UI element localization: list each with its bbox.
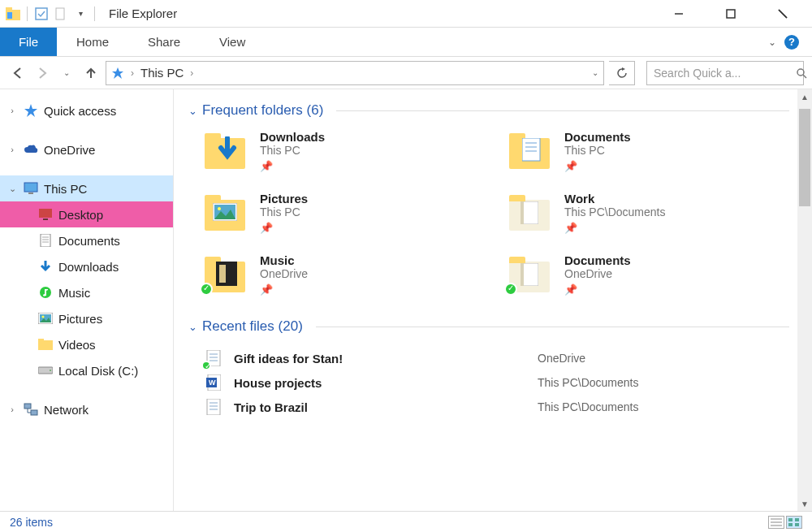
- svg-rect-4: [56, 8, 64, 19]
- scroll-thumb[interactable]: [799, 109, 810, 206]
- ribbon-file-tab[interactable]: File: [0, 28, 57, 56]
- file-row[interactable]: W House projects This PC\Documents: [205, 370, 789, 395]
- ribbon-tab-home[interactable]: Home: [57, 28, 128, 56]
- section-recent-header[interactable]: ⌄ Recent files (20): [188, 318, 789, 335]
- spacer: [0, 383, 173, 396]
- nav-this-pc[interactable]: ⌄ This PC: [0, 175, 173, 201]
- folder-downloads[interactable]: Downloads This PC 📌: [205, 130, 485, 172]
- drive-icon: [37, 362, 54, 378]
- forward-button[interactable]: [32, 63, 52, 83]
- navbar: ⌄ › This PC › ⌄: [0, 57, 812, 89]
- svg-rect-2: [7, 12, 12, 19]
- view-details-icon[interactable]: [768, 516, 784, 529]
- folder-pictures[interactable]: Pictures This PC 📌: [205, 192, 485, 234]
- download-arrow-icon: [37, 258, 54, 275]
- textfile-icon: [205, 349, 222, 367]
- qat-properties-icon[interactable]: [33, 6, 50, 22]
- statusbar: 26 items: [0, 511, 812, 532]
- separator: [94, 6, 95, 21]
- folder-icon: [205, 253, 248, 292]
- nav-label: Desktop: [58, 208, 103, 222]
- nav-network[interactable]: › Network: [0, 396, 173, 422]
- scrollbar[interactable]: ▲ ▼: [797, 89, 812, 511]
- breadcrumb-sep-icon[interactable]: ›: [131, 67, 134, 79]
- svg-rect-17: [41, 234, 50, 247]
- chevron-right-icon[interactable]: ›: [6, 404, 18, 414]
- file-name: Gift ideas for Stan!: [234, 352, 526, 365]
- help-icon[interactable]: ?: [784, 35, 799, 50]
- spacer: [0, 162, 173, 175]
- textfile-icon: [205, 398, 222, 416]
- file-row[interactable]: Gift ideas for Stan! OneDrive: [205, 346, 789, 370]
- nav-label: Pictures: [58, 312, 102, 326]
- search-icon[interactable]: [796, 67, 807, 79]
- folder-documents-onedrive[interactable]: Documents OneDrive 📌: [509, 253, 789, 296]
- qat-newfolder-icon[interactable]: [53, 6, 69, 22]
- file-row[interactable]: Trip to Brazil This PC\Documents: [205, 395, 789, 419]
- up-button[interactable]: [81, 63, 101, 83]
- folder-documents[interactable]: Documents This PC 📌: [509, 130, 789, 172]
- svg-rect-61: [795, 518, 799, 521]
- sync-check-icon: [200, 283, 213, 296]
- chevron-down-icon[interactable]: ⌄: [6, 184, 18, 194]
- document-icon: [37, 232, 54, 249]
- breadcrumb-thispc[interactable]: This PC: [140, 66, 184, 80]
- minimize-button[interactable]: [663, 2, 695, 26]
- nav-pictures[interactable]: Pictures: [0, 305, 173, 331]
- chevron-right-icon[interactable]: ›: [6, 106, 18, 115]
- ribbon-collapse-icon[interactable]: ⌄: [768, 37, 776, 48]
- nav-music[interactable]: Music: [0, 279, 173, 305]
- nav-desktop[interactable]: Desktop: [0, 201, 173, 227]
- folder-icon: [509, 130, 553, 169]
- recent-locations-dropdown[interactable]: ⌄: [57, 63, 76, 83]
- ribbon-tab-share[interactable]: Share: [128, 28, 200, 56]
- folder-work[interactable]: Work This PC\Documents 📌: [509, 192, 789, 234]
- folder-subtitle: This PC\Documents: [564, 205, 665, 218]
- close-button[interactable]: [767, 2, 799, 26]
- ribbon-tab-view[interactable]: View: [200, 28, 265, 56]
- svg-rect-3: [36, 8, 47, 19]
- svg-rect-30: [31, 410, 37, 415]
- nav-downloads[interactable]: Downloads: [0, 253, 173, 279]
- nav-videos[interactable]: Videos: [0, 331, 173, 357]
- breadcrumb-sep-icon[interactable]: ›: [190, 67, 193, 79]
- folder-music[interactable]: Music OneDrive 📌: [205, 253, 485, 296]
- maximize-button[interactable]: [715, 2, 747, 26]
- svg-rect-33: [522, 138, 540, 161]
- divider: [316, 327, 789, 327]
- picture-icon: [37, 310, 54, 327]
- svg-rect-13: [24, 183, 37, 192]
- address-bar[interactable]: › This PC › ⌄: [106, 61, 604, 85]
- nav-label: Videos: [58, 338, 96, 352]
- qat-dropdown-icon[interactable]: ▾: [72, 6, 89, 22]
- svg-rect-6: [727, 10, 735, 18]
- nav-quick-access[interactable]: › Quick access: [0, 97, 173, 123]
- quickaccess-star-icon: [111, 67, 124, 80]
- chevron-down-icon[interactable]: ⌄: [188, 321, 197, 333]
- back-button[interactable]: [8, 63, 28, 83]
- section-frequent-header[interactable]: ⌄ Frequent folders (6): [188, 102, 789, 119]
- nav-documents[interactable]: Documents: [0, 227, 173, 253]
- nav-label: Local Disk (C:): [58, 364, 138, 378]
- view-large-icon[interactable]: [786, 516, 802, 529]
- svg-rect-14: [28, 192, 33, 194]
- chevron-right-icon[interactable]: ›: [6, 145, 18, 154]
- titlebar-left: ▾ File Explorer: [5, 6, 177, 22]
- svg-rect-43: [219, 265, 226, 283]
- nav-onedrive[interactable]: › OneDrive: [0, 136, 173, 162]
- folder-title: Music: [260, 253, 308, 267]
- nav-label: This PC: [44, 182, 87, 196]
- scroll-up-icon[interactable]: ▲: [797, 89, 812, 104]
- svg-text:W: W: [209, 378, 216, 387]
- section-label: Recent files: [202, 318, 274, 334]
- search-input[interactable]: [654, 67, 796, 80]
- refresh-button[interactable]: [609, 61, 635, 85]
- spacer: [0, 123, 173, 136]
- folder-icon: [509, 253, 553, 292]
- search-box[interactable]: [646, 61, 804, 85]
- scroll-down-icon[interactable]: ▼: [797, 496, 812, 511]
- cloud-icon: [23, 141, 39, 158]
- chevron-down-icon[interactable]: ⌄: [188, 105, 197, 117]
- address-dropdown-icon[interactable]: ⌄: [592, 68, 598, 77]
- nav-local-disk[interactable]: Local Disk (C:): [0, 357, 173, 383]
